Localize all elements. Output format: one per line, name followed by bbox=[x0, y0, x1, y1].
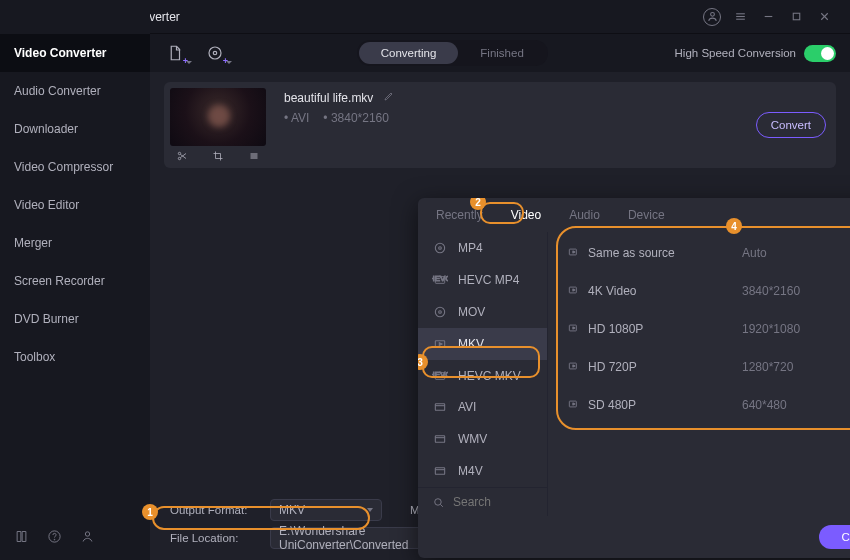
close-icon bbox=[818, 10, 831, 23]
circle-icon bbox=[432, 304, 448, 320]
svg-point-14 bbox=[178, 152, 180, 154]
trim-button[interactable] bbox=[176, 150, 188, 165]
chevron-down-icon bbox=[367, 508, 373, 512]
format-search-input[interactable] bbox=[453, 495, 533, 509]
help-button[interactable] bbox=[47, 529, 62, 547]
format-item-mkv[interactable]: MKV bbox=[418, 328, 547, 360]
rename-button[interactable] bbox=[383, 90, 395, 105]
high-speed-toggle[interactable] bbox=[804, 45, 836, 62]
svg-point-12 bbox=[85, 532, 89, 536]
chevron-down-icon bbox=[226, 61, 232, 64]
resolution-item-720p[interactable]: HD 720P1280*720 bbox=[548, 348, 850, 386]
book-icon bbox=[14, 529, 29, 544]
account-icon bbox=[703, 8, 721, 26]
svg-rect-32 bbox=[435, 468, 444, 475]
file-icon bbox=[166, 44, 184, 62]
file-location-label: File Location: bbox=[170, 532, 260, 544]
resolution-item-1080p[interactable]: HD 1080P1920*1080 bbox=[548, 310, 850, 348]
app-window: Wondershare UniConverter + + bbox=[0, 0, 850, 560]
sidebar-item-toolbox[interactable]: Toolbox bbox=[0, 338, 150, 376]
video-icon bbox=[566, 283, 582, 297]
file-format: AVI bbox=[284, 111, 309, 125]
minimize-icon bbox=[762, 10, 775, 23]
frame-icon bbox=[432, 463, 448, 479]
sidebar: Video Converter Audio Converter Download… bbox=[0, 0, 150, 560]
thumbnail-toolbar bbox=[164, 146, 272, 168]
create-button[interactable]: Create bbox=[819, 525, 850, 549]
frame-icon bbox=[432, 399, 448, 415]
svg-marker-43 bbox=[573, 364, 575, 366]
help-icon bbox=[47, 529, 62, 544]
video-icon bbox=[566, 245, 582, 259]
account-button[interactable] bbox=[698, 3, 726, 31]
output-format-value: MKV bbox=[279, 503, 305, 517]
video-icon bbox=[566, 359, 582, 373]
video-icon bbox=[566, 321, 582, 335]
sidebar-item-audio-converter[interactable]: Audio Converter bbox=[0, 72, 150, 110]
format-item-avi[interactable]: AVI bbox=[418, 392, 547, 424]
scissors-icon bbox=[176, 150, 188, 162]
svg-rect-5 bbox=[793, 13, 800, 20]
sidebar-item-label: Video Converter bbox=[14, 46, 106, 60]
sidebar-item-video-converter[interactable]: Video Converter bbox=[0, 34, 150, 72]
user-icon bbox=[80, 529, 95, 544]
format-item-hevc-mkv[interactable]: HEVCHEVC MKV bbox=[418, 360, 547, 392]
resolution-list: Same as sourceAuto 4K Video3840*2160 HD … bbox=[548, 232, 850, 516]
file-name: beautiful life.mkv bbox=[284, 91, 373, 105]
close-button[interactable] bbox=[810, 3, 838, 31]
format-item-mov[interactable]: MOV bbox=[418, 296, 547, 328]
add-disc-button[interactable]: + bbox=[200, 38, 230, 68]
hamburger-icon bbox=[734, 10, 747, 23]
resolution-item-same[interactable]: Same as sourceAuto bbox=[548, 234, 850, 272]
hamburger-button[interactable] bbox=[726, 3, 754, 31]
tab-video[interactable]: Video bbox=[507, 206, 545, 224]
frame-icon bbox=[432, 431, 448, 447]
guide-button[interactable] bbox=[14, 529, 29, 547]
crop-button[interactable] bbox=[212, 150, 224, 165]
output-format-select[interactable]: MKV bbox=[270, 499, 382, 521]
svg-marker-39 bbox=[573, 288, 575, 290]
sidebar-item-dvd-burner[interactable]: DVD Burner bbox=[0, 300, 150, 338]
svg-marker-25 bbox=[439, 342, 442, 345]
minimize-button[interactable] bbox=[754, 3, 782, 31]
resolution-item-4k[interactable]: 4K Video3840*2160 bbox=[548, 272, 850, 310]
sidebar-item-video-editor[interactable]: Video Editor bbox=[0, 186, 150, 224]
main-area: beautiful life.mkv AVI 3840*2160 Convert… bbox=[150, 72, 850, 560]
resolution-item-480p[interactable]: SD 480P640*480 bbox=[548, 386, 850, 424]
format-item-mp4[interactable]: MP4 bbox=[418, 232, 547, 264]
sidebar-item-label: Video Editor bbox=[14, 198, 79, 212]
sidebar-item-downloader[interactable]: Downloader bbox=[0, 110, 150, 148]
hevc-icon: HEVC bbox=[432, 368, 448, 384]
crop-icon bbox=[212, 150, 224, 162]
circle-icon bbox=[432, 240, 448, 256]
svg-point-8 bbox=[209, 47, 221, 59]
video-icon bbox=[566, 397, 582, 411]
svg-point-19 bbox=[439, 247, 442, 250]
convert-button[interactable]: Convert bbox=[756, 112, 826, 138]
hevc-icon: HEVC bbox=[432, 272, 448, 288]
sidebar-footer bbox=[0, 516, 150, 560]
sidebar-item-screen-recorder[interactable]: Screen Recorder bbox=[0, 262, 150, 300]
tab-converting[interactable]: Converting bbox=[359, 42, 459, 64]
account-footer-button[interactable] bbox=[80, 529, 95, 547]
format-item-wmv[interactable]: WMV bbox=[418, 423, 547, 455]
sidebar-item-merger[interactable]: Merger bbox=[0, 224, 150, 262]
file-resolution: 3840*2160 bbox=[323, 111, 389, 125]
sidebar-item-video-compressor[interactable]: Video Compressor bbox=[0, 148, 150, 186]
format-item-m4v[interactable]: M4V bbox=[418, 455, 547, 487]
tab-device[interactable]: Device bbox=[624, 206, 669, 224]
svg-rect-28 bbox=[435, 404, 444, 411]
add-file-button[interactable]: + bbox=[160, 38, 190, 68]
svg-point-22 bbox=[435, 307, 444, 316]
tab-audio[interactable]: Audio bbox=[565, 206, 604, 224]
more-button[interactable] bbox=[248, 150, 260, 165]
video-thumbnail[interactable] bbox=[170, 88, 266, 146]
film-icon bbox=[432, 336, 448, 352]
format-item-hevc-mp4[interactable]: HEVCHEVC MP4 bbox=[418, 264, 547, 296]
maximize-button[interactable] bbox=[782, 3, 810, 31]
sidebar-item-label: Audio Converter bbox=[14, 84, 101, 98]
high-speed-label: High Speed Conversion bbox=[675, 47, 796, 59]
tab-finished[interactable]: Finished bbox=[458, 42, 545, 64]
svg-point-18 bbox=[435, 243, 444, 252]
svg-marker-41 bbox=[573, 326, 575, 328]
